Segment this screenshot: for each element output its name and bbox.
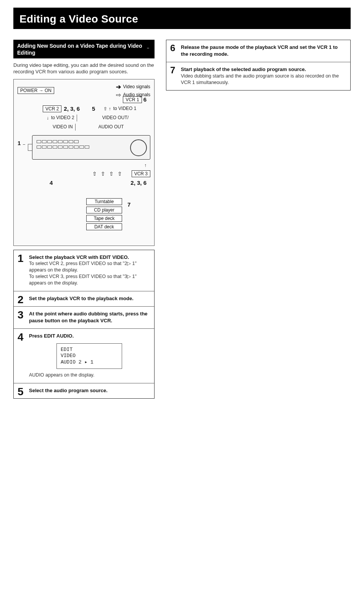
two-column-layout: Adding New Sound on a Video Tape during …	[13, 40, 351, 399]
step-7: 7 Start playback of the selected audio p…	[166, 62, 350, 90]
lcd-line-1: EDIT	[61, 347, 118, 353]
up-arrow-icon: ⇧ ↑	[103, 106, 111, 112]
amp-buttons	[36, 139, 127, 155]
up-arrow-icon: ↑	[144, 163, 147, 168]
step-1-note-b: To select VCR 3, press EDIT VIDEO so tha…	[29, 273, 150, 286]
step-4: 4 Press EDIT AUDIO. EDIT VIDEO AUDIO 2 ▸…	[14, 328, 154, 383]
source-dat-deck: DAT deck	[86, 223, 122, 230]
step-7-note: Video dubbing starts and the audio progr…	[181, 73, 345, 86]
lcd-display: EDIT VIDEO AUDIO 2 ▸ 1	[56, 343, 122, 369]
source-turntable: Turntable	[86, 198, 122, 205]
section-subtitle: Adding New Sound on a Video Tape during …	[13, 40, 155, 58]
video-in-label: VIDEO IN	[53, 124, 73, 130]
subtitle-text: Adding New Sound on a Video Tape during …	[17, 43, 142, 56]
step-6: 6 Release the pause mode of the playback…	[166, 40, 350, 62]
decorative-dots: ··	[147, 46, 149, 51]
diagram-legend: ➔ Video signals ⇨ Audio signals	[116, 83, 150, 99]
step-1: 1 Select the playback VCR with EDIT VIDE…	[14, 250, 154, 291]
step-number: 3	[18, 309, 24, 321]
callout-7: 7	[127, 201, 130, 208]
step-number: 5	[18, 386, 24, 398]
video-out-label: VIDEO OUT/	[102, 115, 129, 121]
step-1-note-a: To select VCR 2, press EDIT VIDEO so tha…	[29, 260, 150, 273]
right-column: 6 Release the pause mode of the playback…	[166, 40, 351, 399]
up-arrows-group: ⇧ ⇧ ⇧ ⇧	[92, 171, 123, 177]
legend-audio: Audio signals	[123, 92, 150, 98]
volume-knob-icon	[130, 139, 147, 156]
step-number: 2	[18, 294, 24, 306]
amplifier-unit	[32, 135, 150, 160]
vcr3-box: VCR 3	[132, 170, 150, 177]
arrow-hollow-icon: ⇨	[116, 91, 121, 99]
step-7-heading: Start playback of the selected audio pro…	[181, 66, 345, 73]
step-6-heading: Release the pause mode of the playback V…	[181, 44, 345, 57]
source-tape-deck: Tape deck	[86, 215, 122, 222]
source-cd-player: CD player	[86, 207, 122, 213]
page-title: Editing a Video Source	[13, 8, 351, 29]
lcd-line-2: VIDEO	[61, 353, 118, 359]
step-3-heading: At the point where audio dubbing starts,…	[29, 310, 150, 324]
down-arrow-icon: ↓	[47, 115, 49, 121]
step-2: 2 Set the playback VCR to the playback m…	[14, 291, 154, 307]
to-video1-label: to VIDEO 1	[113, 106, 137, 112]
step-5: 5 Select the audio program source.	[14, 383, 154, 399]
intro-paragraph: During video tape editing, you can add t…	[13, 62, 155, 75]
step-number: 6	[170, 43, 175, 53]
step-1-heading: Select the playback VCR with EDIT VIDEO.	[29, 254, 150, 261]
callout-236-left: 2, 3, 6	[64, 105, 80, 112]
legend-video: Video signals	[123, 84, 150, 90]
arrow-solid-icon: ➔	[116, 83, 121, 91]
right-steps-list: 6 Release the pause mode of the playback…	[166, 40, 351, 91]
left-column: Adding New Sound on a Video Tape during …	[13, 40, 155, 399]
audio-sources-list: Turntable CD player Tape deck DAT deck	[86, 197, 122, 232]
callout-1: 1	[18, 140, 21, 146]
lcd-line-3: AUDIO 2 ▸ 1	[61, 359, 118, 365]
step-4-note: AUDIO appears on the display.	[29, 372, 150, 378]
power-box: POWER → ON	[18, 87, 54, 94]
step-3: 3 At the point where audio dubbing start…	[14, 306, 154, 328]
step-2-heading: Set the playback VCR to the playback mod…	[29, 295, 150, 302]
step-4-heading: Press EDIT AUDIO.	[29, 333, 150, 339]
audio-out-label: AUDIO OUT	[98, 124, 124, 130]
step-number: 4	[18, 331, 24, 343]
wiring-diagram: ➔ Video signals ⇨ Audio signals POWER → …	[13, 79, 155, 246]
vcr2-box: VCR 2	[43, 105, 61, 112]
callout-236-right: 2, 3, 6	[130, 179, 147, 186]
to-video2-label: to VIDEO 2	[51, 115, 74, 121]
step-number: 7	[170, 65, 175, 76]
step-5-heading: Select the audio program source.	[29, 387, 150, 394]
callout-4: 4	[50, 179, 53, 186]
callout-5: 5	[92, 105, 95, 112]
left-steps-list: 1 Select the playback VCR with EDIT VIDE…	[13, 250, 155, 399]
step-number: 1	[18, 252, 24, 265]
